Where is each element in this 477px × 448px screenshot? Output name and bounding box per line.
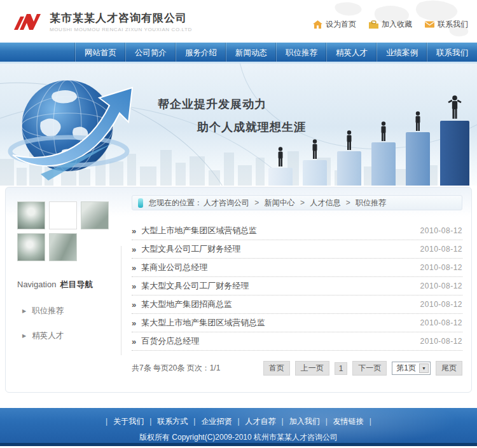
triangle-bullet-icon: ▶ bbox=[22, 333, 26, 339]
job-title-link[interactable]: » 大型上市地产集团区域营销总监 bbox=[132, 225, 257, 236]
footer-link[interactable]: 联系方式 bbox=[157, 417, 188, 426]
photo-portrait-man bbox=[17, 201, 45, 229]
list-separator: | bbox=[282, 417, 284, 426]
double-arrow-icon: » bbox=[132, 337, 136, 346]
job-date: 2010-08-12 bbox=[420, 226, 462, 235]
footer-link[interactable]: 企业招贤 bbox=[201, 417, 232, 426]
photo-blank bbox=[49, 201, 77, 229]
job-date: 2010-08-12 bbox=[420, 282, 462, 290]
nav-item[interactable]: 精英人才 bbox=[326, 43, 377, 62]
job-date: 2010-08-12 bbox=[420, 337, 462, 346]
job-title-text: 某大型上市地产集团区域营销总监 bbox=[141, 317, 265, 329]
job-date: 2010-08-12 bbox=[420, 300, 462, 309]
list-separator: | bbox=[326, 417, 328, 426]
footer-link-list: 关于我们|联系方式|企业招贤|人才自荐|加入我们|友情链接 bbox=[111, 417, 366, 426]
job-title-text: 某大型地产集团招商总监 bbox=[141, 299, 232, 310]
contact-us-link[interactable]: 联系我们 bbox=[425, 19, 468, 30]
footer-link[interactable]: 加入我们 bbox=[289, 417, 320, 426]
nav-item[interactable]: 服务介绍 bbox=[176, 43, 226, 62]
job-title-text: 某大型文具公司工厂财务经理 bbox=[141, 280, 249, 292]
company-name-en: MOUSHI MOUMOU RENCAI ZIXUN YOUXIAN CO.LT… bbox=[50, 27, 192, 32]
sidebar-divider bbox=[121, 246, 121, 355]
double-arrow-icon: » bbox=[132, 226, 136, 236]
list-separator: > bbox=[346, 198, 350, 207]
page-select-dropdown[interactable]: 第1页 ▼ bbox=[392, 362, 431, 375]
businessman-silhouette-icon bbox=[344, 130, 354, 151]
job-list: » 大型上市地产集团区域营销总监 2010-08-12 » 大型文具公司工厂财务… bbox=[132, 222, 462, 351]
bar-column bbox=[337, 151, 361, 186]
last-page-button[interactable]: 尾页 bbox=[436, 361, 462, 376]
double-arrow-icon: » bbox=[132, 263, 136, 273]
job-title-link[interactable]: » 百货分店总经理 bbox=[132, 336, 199, 347]
nav-item[interactable]: 联系我们 bbox=[427, 43, 477, 62]
list-separator: | bbox=[149, 417, 151, 426]
logo-m-icon bbox=[14, 10, 43, 33]
double-arrow-icon: » bbox=[132, 318, 136, 328]
folder-icon bbox=[369, 20, 378, 29]
list-separator: > bbox=[300, 198, 305, 207]
job-row: » 某大型上市地产集团区域营销总监 2010-08-12 bbox=[132, 314, 462, 332]
breadcrumb-link[interactable]: 职位推荐 bbox=[356, 198, 386, 207]
pagination: 共7条 每页20条 页次：1/1 首页 上一页 1 下一页 第1页 ▼ 尾页 bbox=[132, 361, 462, 376]
footer-pipe: | bbox=[370, 417, 371, 426]
businessman-silhouette-icon bbox=[275, 147, 286, 167]
sidebar-item-label: 职位推荐 bbox=[32, 306, 64, 316]
prev-page-button[interactable]: 上一页 bbox=[295, 361, 329, 376]
bar-column-tallest bbox=[440, 121, 469, 186]
footer-link[interactable]: 人才自荐 bbox=[245, 417, 276, 426]
set-home-link[interactable]: 设为首页 bbox=[313, 19, 356, 30]
next-page-button[interactable]: 下一页 bbox=[352, 361, 387, 376]
bar-column bbox=[303, 160, 327, 186]
bar-column bbox=[268, 168, 293, 186]
main-nav: 网站首页 公司简介 服务介绍 新闻动态 职位推荐 精英人才 业绩案例 联系我们 bbox=[0, 43, 477, 64]
add-favorite-link[interactable]: 加入收藏 bbox=[369, 19, 412, 30]
list-separator: | bbox=[193, 417, 195, 426]
list-separator: > bbox=[254, 198, 259, 207]
photo-portrait-woman bbox=[17, 233, 45, 261]
nav-item[interactable]: 新闻动态 bbox=[226, 43, 276, 62]
job-row: » 某商业公司总经理 2010-08-12 bbox=[132, 259, 462, 277]
breadcrumb-link[interactable]: 人才信息 bbox=[310, 198, 340, 207]
content-box: Navigation栏目导航 ▶ 职位推荐 ▶ 精英人才 bbox=[5, 187, 472, 393]
caret-down-icon: ▼ bbox=[419, 363, 429, 373]
breadcrumb-link[interactable]: 新闻中心 bbox=[265, 198, 295, 207]
nav-title-en: Navigation bbox=[17, 280, 56, 289]
double-arrow-icon: » bbox=[132, 282, 136, 291]
job-title-link[interactable]: » 某大型地产集团招商总监 bbox=[132, 299, 232, 310]
footer-link[interactable]: 关于我们 bbox=[113, 417, 144, 426]
company-title-block: 某市某某人才咨询有限公司 MOUSHI MOUMOU RENCAI ZIXUN … bbox=[50, 11, 192, 32]
businessman-arms-open-icon bbox=[448, 95, 462, 119]
photo-handshake bbox=[49, 233, 77, 261]
job-title-link[interactable]: » 某商业公司总经理 bbox=[132, 262, 207, 273]
nav-item[interactable]: 公司简介 bbox=[125, 43, 176, 62]
first-page-button[interactable]: 首页 bbox=[263, 361, 290, 376]
photo-grid bbox=[17, 201, 110, 261]
job-title-link[interactable]: » 大型文具公司工厂财务经理 bbox=[132, 243, 240, 255]
footer-pipe: | bbox=[106, 417, 107, 426]
nav-item[interactable]: 网站首页 bbox=[75, 43, 125, 62]
sidebar-nav-title: Navigation栏目导航 bbox=[17, 279, 121, 290]
add-favorite-label: 加入收藏 bbox=[382, 19, 412, 30]
footer-bottom-strip bbox=[0, 443, 477, 446]
sidebar-item[interactable]: ▶ 职位推荐 bbox=[22, 306, 121, 316]
page-number-button[interactable]: 1 bbox=[335, 362, 348, 375]
sidebar-item-label: 精英人才 bbox=[32, 330, 64, 341]
nav-item[interactable]: 业绩案例 bbox=[377, 43, 427, 62]
pagination-summary: 共7条 每页20条 页次：1/1 bbox=[132, 363, 220, 374]
businessman-silhouette-icon bbox=[413, 111, 423, 132]
breadcrumb-path: 人才咨询公司 > 新闻中心 > 人才信息 > 职位推荐 bbox=[204, 198, 386, 208]
list-separator: | bbox=[237, 417, 239, 426]
nav-spacer bbox=[0, 43, 75, 62]
nav-item[interactable]: 职位推荐 bbox=[276, 43, 326, 62]
company-name: 某市某某人才咨询有限公司 bbox=[50, 11, 192, 25]
sidebar-item[interactable]: ▶ 精英人才 bbox=[22, 330, 121, 341]
job-date: 2010-08-12 bbox=[420, 263, 462, 272]
job-title-link[interactable]: » 某大型文具公司工厂财务经理 bbox=[132, 280, 249, 292]
nav-title-cn: 栏目导航 bbox=[60, 280, 93, 289]
job-row: » 百货分店总经理 2010-08-12 bbox=[132, 332, 462, 351]
breadcrumb-link[interactable]: 人才咨询公司 bbox=[204, 198, 249, 207]
footer-link[interactable]: 友情链接 bbox=[333, 417, 364, 426]
footer: |关于我们|联系方式|企业招贤|人才自荐|加入我们|友情链接| 版权所有 Cop… bbox=[0, 408, 477, 446]
page-select-value: 第1页 bbox=[396, 363, 416, 374]
job-title-link[interactable]: » 某大型上市地产集团区域营销总监 bbox=[132, 317, 265, 329]
